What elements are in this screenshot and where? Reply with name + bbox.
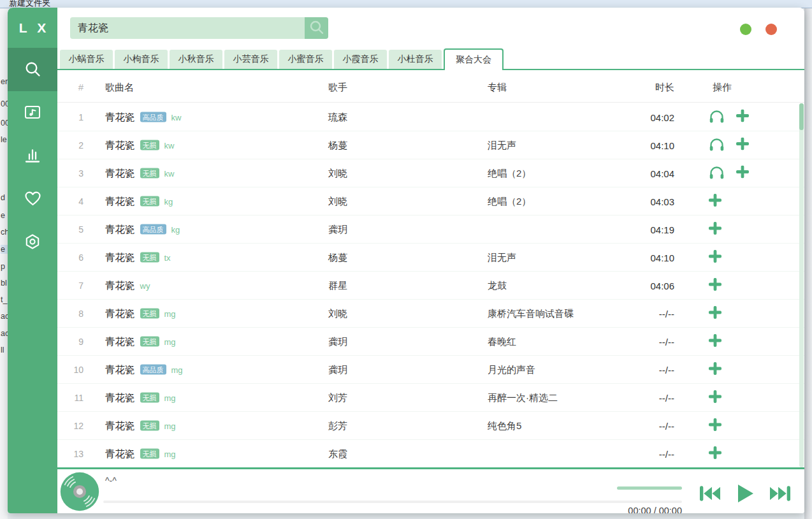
add-icon[interactable] <box>709 362 721 377</box>
add-icon[interactable] <box>736 166 749 181</box>
source-tab[interactable]: 小秋音乐 <box>170 50 222 69</box>
row-number: 5 <box>57 224 83 235</box>
song-title: 青花瓷 <box>105 279 135 292</box>
header-album: 专辑 <box>488 82 507 94</box>
source-tab[interactable]: 小蜗音乐 <box>60 50 113 69</box>
singer-cell: 东霞 <box>328 448 347 460</box>
song-row[interactable]: 1 青花瓷 高品质 kw 琉森 04:02 <box>57 103 804 131</box>
album-cell: 月光的声音 <box>488 363 535 376</box>
singer-cell: 琉森 <box>328 111 347 123</box>
quality-badge: 无损 <box>140 337 159 347</box>
source-tab[interactable]: 小芸音乐 <box>224 50 277 69</box>
add-icon[interactable] <box>709 250 721 265</box>
song-list: 1 青花瓷 高品质 kw 琉森 04:02 2 <box>57 103 804 467</box>
song-name-cell: 青花瓷 无损 kw <box>105 138 174 152</box>
song-title: 青花瓷 <box>105 391 135 404</box>
volume-slider[interactable] <box>617 486 682 490</box>
sidebar-item-leaderboard[interactable] <box>8 134 57 177</box>
song-name-cell: 青花瓷 高品质 kg <box>105 223 180 236</box>
song-name-cell: 青花瓷 高品质 kw <box>105 110 181 124</box>
add-icon[interactable] <box>709 334 721 349</box>
search-icon <box>24 61 41 78</box>
previous-button[interactable] <box>700 485 721 505</box>
quality-badge: 无损 <box>140 449 159 459</box>
listen-icon[interactable] <box>709 164 725 182</box>
background-right-edge <box>804 8 812 519</box>
progress-bar[interactable] <box>103 501 682 503</box>
song-row[interactable]: 12 青花瓷 无损 mg 彭芳 纯色角5 --/-- <box>57 412 804 440</box>
quality-badge: 高品质 <box>140 365 166 375</box>
song-row[interactable]: 4 青花瓷 无损 kg 刘晓 绝唱（2） 04:03 <box>57 187 804 216</box>
song-title: 青花瓷 <box>105 307 135 320</box>
play-button[interactable] <box>734 482 757 508</box>
song-title: 青花瓷 <box>105 251 135 264</box>
source-tab[interactable]: 小枸音乐 <box>115 50 168 69</box>
listen-icon[interactable] <box>709 136 725 154</box>
singer-cell: 刘晓 <box>328 307 347 319</box>
row-number: 1 <box>57 112 83 122</box>
row-number: 3 <box>57 168 83 179</box>
source-tab[interactable]: 小杜音乐 <box>389 50 442 69</box>
add-icon[interactable] <box>709 306 721 321</box>
duration-cell: 04:10 <box>611 140 674 150</box>
add-icon[interactable] <box>709 446 721 462</box>
song-row[interactable]: 6 青花瓷 无损 tx 杨蔓 泪无声 04:10 <box>57 244 804 272</box>
search-input[interactable] <box>70 17 305 39</box>
main-content: 小蜗音乐小枸音乐小秋音乐小芸音乐小蜜音乐小霞音乐小杜音乐聚合大会 # 歌曲名 歌… <box>57 8 804 513</box>
sidebar-item-favorites[interactable] <box>8 177 57 221</box>
source-tag: kw <box>171 112 182 122</box>
song-title: 青花瓷 <box>105 138 135 152</box>
quality-badge: 无损 <box>140 309 159 319</box>
minimize-button[interactable] <box>740 24 751 35</box>
singer-cell: 刘晓 <box>328 167 347 179</box>
song-row[interactable]: 3 青花瓷 无损 kw 刘晓 绝唱（2） 04:04 <box>57 159 804 187</box>
header-name: 歌曲名 <box>105 82 134 94</box>
song-row[interactable]: 10 青花瓷 高品质 mg 龚玥 月光的声音 --/-- <box>57 356 804 384</box>
add-icon[interactable] <box>736 138 749 153</box>
source-tag: mg <box>164 337 176 346</box>
song-row[interactable]: 2 青花瓷 无损 kw 杨蔓 泪无声 04:10 <box>57 131 804 159</box>
add-icon[interactable] <box>709 278 721 293</box>
sidebar-item-search[interactable] <box>8 48 57 91</box>
next-button[interactable] <box>769 485 790 505</box>
add-icon[interactable] <box>709 418 721 434</box>
song-row[interactable]: 13 青花瓷 无损 mg 东霞 --/-- <box>57 440 804 467</box>
song-row[interactable]: 9 青花瓷 无损 mg 龚玥 春晚红 --/-- <box>57 328 804 356</box>
quality-badge: 无损 <box>140 393 159 403</box>
actions-cell <box>709 418 721 434</box>
song-row[interactable]: 7 青花瓷 wy 群星 龙鼓 04:06 <box>57 272 804 300</box>
singer-cell: 龚玥 <box>328 335 347 347</box>
search-button[interactable] <box>305 17 328 39</box>
source-tab[interactable]: 小霞音乐 <box>334 50 387 69</box>
player-bar: ^-^ 00:00 / 00:00 <box>57 467 804 513</box>
song-name-cell: 青花瓷 无损 kw <box>105 166 174 180</box>
singer-cell: 彭芳 <box>328 420 347 432</box>
add-icon[interactable] <box>736 110 749 125</box>
sidebar-item-settings[interactable] <box>8 220 57 263</box>
scrollbar-thumb[interactable] <box>799 103 804 130</box>
sidebar-item-my-music[interactable] <box>8 91 57 135</box>
album-disc-icon[interactable] <box>59 471 100 513</box>
source-tag: tx <box>164 252 171 262</box>
row-number: 9 <box>57 337 83 347</box>
singer-cell: 杨蔓 <box>328 139 347 151</box>
song-title: 青花瓷 <box>105 194 135 208</box>
song-row[interactable]: 5 青花瓷 高品质 kg 龚玥 04:19 <box>57 216 804 244</box>
source-tab[interactable]: 小蜜音乐 <box>279 50 332 69</box>
album-cell: 绝唱（2） <box>488 167 531 179</box>
album-cell: 泪无声 <box>488 139 516 151</box>
close-button[interactable] <box>765 24 777 35</box>
source-tag: mg <box>164 421 176 430</box>
add-icon[interactable] <box>709 194 721 209</box>
source-tab[interactable]: 聚合大会 <box>444 48 504 70</box>
song-row[interactable]: 11 青花瓷 无损 mg 刘芳 再醉一次·精选二 --/-- <box>57 384 804 412</box>
song-name-cell: 青花瓷 无损 kg <box>105 194 173 208</box>
listen-icon[interactable] <box>709 108 725 126</box>
song-row[interactable]: 8 青花瓷 无损 mg 刘晓 康桥汽车音响试音碟 --/-- <box>57 300 804 328</box>
source-tag: kw <box>164 168 175 178</box>
row-number: 2 <box>57 140 83 150</box>
add-icon[interactable] <box>709 390 721 406</box>
album-cell: 绝唱（2） <box>488 195 531 207</box>
add-icon[interactable] <box>709 222 721 237</box>
list-scrollbar[interactable] <box>799 103 804 467</box>
